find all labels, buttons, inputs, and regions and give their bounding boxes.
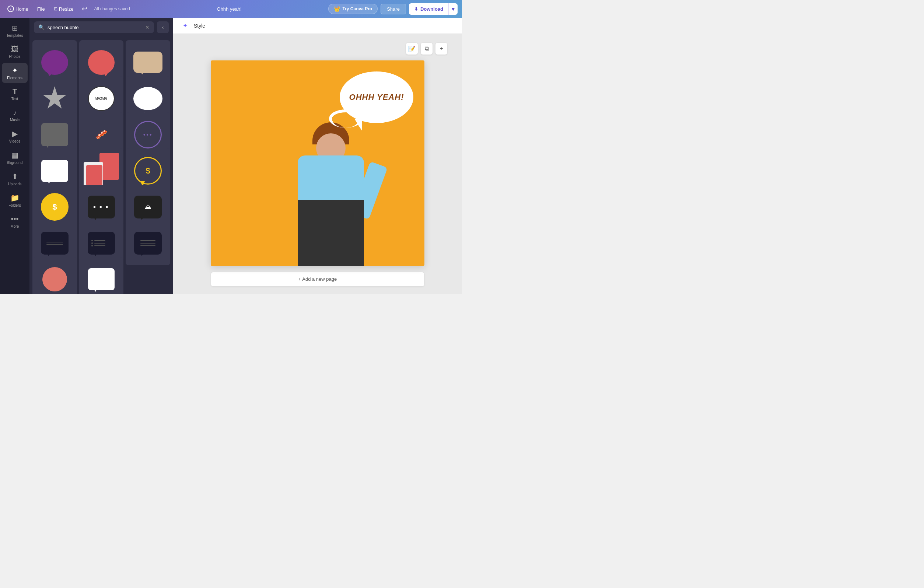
sidebar-item-background[interactable]: ▦ Bkground (2, 148, 28, 168)
sidebar-item-label: Text (12, 97, 18, 101)
videos-icon: ▶ (12, 129, 18, 138)
download-dropdown-button[interactable]: ▾ (448, 3, 457, 15)
sidebar-item-label: Templates (6, 33, 23, 38)
sidebar-item-more[interactable]: ••• More (2, 212, 28, 231)
search-bar: 🔍 ✕ ‹ (30, 18, 173, 37)
sidebar-item-elements[interactable]: ✦ Elements (2, 63, 28, 83)
home-label: Home (15, 6, 28, 12)
sidebar-item-label: Music (10, 118, 20, 122)
canvas-actions: 📝 ⧉ + (406, 43, 447, 55)
person-figure (298, 155, 364, 266)
more-icon: ••• (11, 215, 18, 223)
canvas-toolbar: ✦ Style (173, 18, 462, 34)
page-notes-button[interactable]: 📝 (406, 43, 418, 55)
hide-panel-button[interactable]: ‹ (157, 21, 169, 33)
text-icon: T (13, 87, 17, 96)
music-icon: ♪ (13, 108, 16, 117)
back-icon: ‹ (7, 5, 14, 12)
download-icon: ⬇ (414, 6, 418, 12)
search-icon: 🔍 (38, 24, 45, 30)
background-icon: ▦ (12, 151, 18, 160)
canvas-scroll[interactable]: 📝 ⧉ + (173, 34, 462, 294)
resize-button[interactable]: ⊡ Resize (51, 5, 77, 13)
file-menu[interactable]: File (34, 5, 48, 13)
elements-grid: WOW! ●●● 🥓 ••• (30, 37, 173, 294)
crown-icon: 👑 (334, 6, 340, 12)
navbar: ‹ Home File ⊡ Resize ↩ All changes saved… (0, 0, 462, 18)
download-main-button[interactable]: ⬇ Download (409, 4, 448, 14)
sidebar-item-music[interactable]: ♪ Music (2, 106, 28, 125)
folders-icon: 📁 (10, 193, 20, 202)
style-label: Style (194, 23, 205, 29)
uploads-icon: ⬆ (12, 172, 18, 181)
sidebar-item-label: Bkground (7, 161, 23, 165)
style-magic-icon: ✦ (179, 20, 191, 32)
resize-icon: ⊡ (54, 6, 58, 12)
document-title[interactable]: Ohhh yeah! (217, 6, 242, 12)
elements-icon: ✦ (12, 66, 18, 75)
sidebar-item-label: More (11, 225, 19, 228)
icon-sidebar: ⊞ Templates 🖼 Photos ✦ Elements T Text ♪… (0, 18, 30, 294)
photos-icon: 🖼 (11, 45, 18, 53)
sidebar-item-text[interactable]: T Text (2, 84, 28, 104)
sidebar-item-templates[interactable]: ⊞ Templates (2, 21, 28, 41)
speech-bubble-element[interactable]: OHHH YEAH! (340, 71, 413, 123)
search-input-wrap: 🔍 ✕ (34, 21, 154, 33)
share-button[interactable]: Share (381, 4, 406, 14)
undo-button[interactable]: ↩ (79, 4, 89, 14)
sidebar-item-label: Uploads (8, 182, 22, 186)
canvas-image: OHHH YEAH! (211, 60, 424, 266)
duplicate-page-button[interactable]: ⧉ (421, 43, 432, 55)
list-item[interactable] (125, 221, 170, 266)
sidebar-item-photos[interactable]: 🖼 Photos (2, 42, 28, 61)
elements-panel: 🔍 ✕ ‹ WOW! (30, 18, 173, 294)
bubble-shape: OHHH YEAH! (340, 71, 413, 123)
sidebar-item-folders[interactable]: 📁 Folders (2, 190, 28, 210)
add-page-button[interactable]: + (436, 43, 447, 55)
home-button[interactable]: ‹ Home (5, 4, 31, 14)
list-item[interactable] (32, 257, 77, 294)
sidebar-item-videos[interactable]: ▶ Videos (2, 126, 28, 146)
try-pro-button[interactable]: 👑 Try Canva Pro (328, 4, 378, 14)
sidebar-item-uploads[interactable]: ⬆ Uploads (2, 169, 28, 189)
main-layout: ⊞ Templates 🖼 Photos ✦ Elements T Text ♪… (0, 18, 462, 294)
clear-search-button[interactable]: ✕ (145, 24, 150, 30)
add-page-button[interactable]: + Add a new page (211, 272, 424, 287)
sidebar-item-label: Photos (9, 55, 20, 59)
search-input[interactable] (48, 25, 142, 30)
download-button-group: ⬇ Download ▾ (409, 3, 457, 15)
sidebar-item-label: Videos (9, 139, 20, 143)
saved-status: All changes saved (94, 6, 130, 12)
bubble-text: OHHH YEAH! (349, 92, 404, 102)
list-item[interactable] (79, 257, 124, 294)
sidebar-item-label: Elements (7, 76, 23, 80)
templates-icon: ⊞ (12, 23, 18, 32)
design-canvas[interactable]: OHHH YEAH! (211, 60, 424, 266)
sidebar-item-label: Folders (8, 203, 21, 207)
canvas-area: ✦ Style 📝 ⧉ + (173, 18, 462, 294)
